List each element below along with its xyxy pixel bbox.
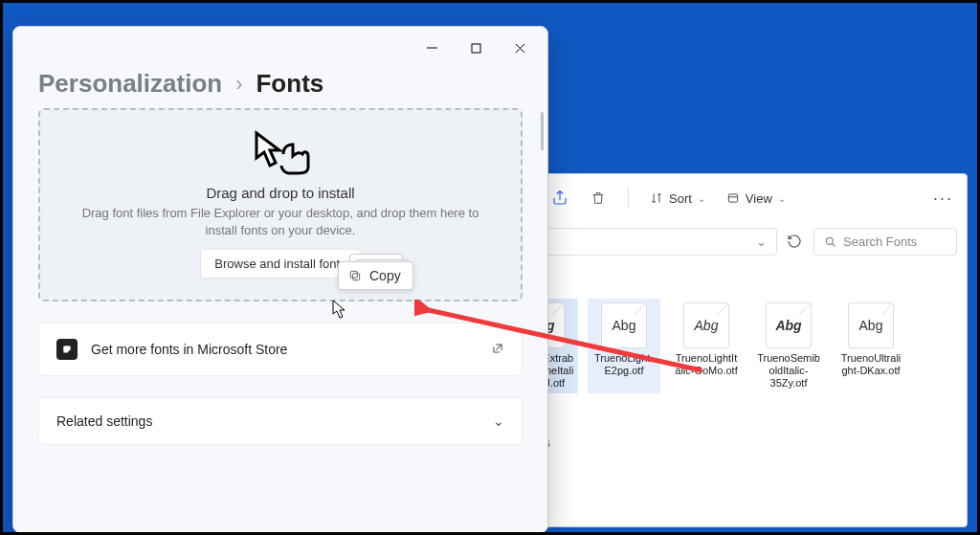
refresh-icon[interactable] — [787, 234, 804, 251]
drag-action-label: Copy — [338, 261, 413, 290]
settings-window: Personalization › Fonts Drag and drop to… — [12, 26, 548, 533]
font-dropzone[interactable]: Drag and drop to install Drag font files… — [38, 108, 523, 301]
breadcrumb: Personalization › Fonts — [13, 69, 547, 108]
share-icon[interactable] — [551, 189, 568, 207]
cursor-icon — [332, 300, 347, 323]
open-external-icon — [491, 342, 504, 358]
scrollbar-thumb[interactable] — [541, 112, 544, 150]
sort-button[interactable]: Sort ⌄ — [650, 191, 705, 206]
related-settings-card[interactable]: Related settings ⌄ — [38, 397, 523, 445]
close-button[interactable] — [498, 33, 542, 63]
browse-fonts-button[interactable]: Browse and install fonts — [200, 249, 360, 279]
svg-rect-11 — [350, 271, 357, 278]
svg-point-8 — [826, 237, 833, 244]
search-input[interactable]: Search Fonts — [813, 228, 957, 256]
sort-label: Sort — [669, 191, 692, 206]
font-thumb-icon: Abg — [766, 302, 812, 348]
breadcrumb-current: Fonts — [256, 69, 323, 99]
chevron-down-icon[interactable]: ⌄ — [756, 234, 767, 249]
delete-icon[interactable] — [590, 189, 607, 207]
search-placeholder: Search Fonts — [843, 234, 917, 249]
svg-rect-7 — [728, 194, 737, 202]
font-item[interactable]: Abg TruenoLightItalic-OoMo.otf — [670, 299, 743, 393]
dropzone-title: Drag and drop to install — [69, 185, 492, 201]
item-label: TruenoLightItalic-OoMo.otf — [674, 352, 739, 377]
store-icon — [56, 339, 78, 360]
toolbar-separator — [628, 188, 629, 209]
font-item[interactable]: Abg TruenoUltralight-DKax.otf — [835, 299, 907, 393]
view-label: View — [746, 191, 772, 206]
font-item[interactable]: Abg TruenoLight-E2pg.otf — [588, 299, 660, 393]
font-thumb-icon: Abg — [601, 302, 647, 348]
item-label: TruenoUltralight-DKax.otf — [838, 352, 903, 377]
drag-tooltip: Copy — [338, 261, 413, 290]
font-thumb-icon: Abg — [683, 302, 729, 348]
chevron-down-icon: ⌄ — [493, 413, 504, 429]
breadcrumb-parent[interactable]: Personalization — [38, 69, 222, 99]
maximize-button[interactable] — [454, 33, 498, 63]
drag-cursor-icon — [251, 129, 310, 179]
more-button[interactable]: ··· — [933, 189, 953, 209]
copy-icon — [348, 269, 362, 282]
item-label: TruenoSemiboldItalic-35Zy.otf — [756, 352, 821, 390]
font-thumb-icon: Abg — [848, 302, 894, 348]
item-label: TruenoLight-E2pg.otf — [591, 352, 657, 377]
minimize-button[interactable] — [410, 33, 454, 63]
font-item[interactable]: Abg TruenoSemiboldItalic-35Zy.otf — [752, 299, 825, 393]
store-card[interactable]: Get more fonts in Microsoft Store — [38, 323, 523, 376]
store-card-label: Get more fonts in Microsoft Store — [91, 342, 287, 357]
titlebar — [13, 27, 547, 69]
svg-rect-10 — [353, 274, 360, 280]
view-button[interactable]: View ⌄ — [726, 191, 786, 206]
related-settings-label: Related settings — [56, 413, 152, 429]
dropzone-subtitle: Drag font files from File Explorer or yo… — [70, 205, 491, 239]
chevron-right-icon: › — [235, 72, 242, 97]
svg-rect-9 — [472, 44, 480, 53]
